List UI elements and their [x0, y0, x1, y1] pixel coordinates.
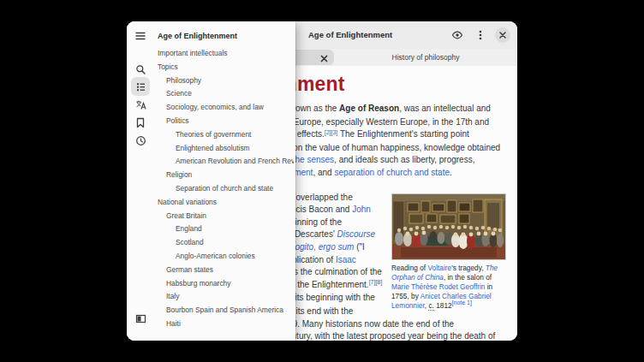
main-menu-button[interactable]: [472, 27, 489, 44]
toc-item[interactable]: England: [127, 223, 294, 236]
toc-item[interactable]: Haiti: [127, 317, 294, 331]
toc-item[interactable]: Philosophy: [127, 74, 294, 88]
text-segment: 1812: [434, 301, 452, 310]
toc-item[interactable]: Sociology, economics, and law: [127, 101, 294, 115]
toc-item[interactable]: Important intellectuals: [127, 47, 294, 61]
window-title: Age of Enlightenment: [308, 21, 392, 49]
kebab-menu-icon: [474, 29, 486, 41]
text-link[interactable]: Marie Thérèse Rodet Geoffrin: [391, 282, 485, 291]
toc-item[interactable]: Religion: [127, 169, 294, 182]
toc-item[interactable]: American Revolution and French Revolutio…: [127, 155, 294, 169]
toc-title: Age of Enlightenment: [158, 21, 237, 50]
tab-history-of-philosophy[interactable]: History of philosophy: [334, 50, 517, 65]
toc-item[interactable]: Science: [127, 87, 294, 101]
tab-close-button[interactable]: [319, 52, 329, 62]
view-options-button[interactable]: [449, 27, 466, 44]
desktop-background: Age of Enlightenment: [0, 0, 644, 362]
toc-item[interactable]: Bourbon Spain and Spanish America: [127, 304, 294, 317]
toc-item[interactable]: Separation of church and state: [127, 182, 294, 196]
toc-item[interactable]: Anglo-American colonies: [127, 250, 294, 264]
text-segment: , and: [313, 168, 334, 177]
toc-item[interactable]: Theories of government: [127, 128, 294, 142]
toc-item[interactable]: Great Britain: [127, 210, 294, 223]
text-segment: 's tragedy,: [451, 264, 486, 272]
reference-link[interactable]: [2][3]: [325, 129, 338, 135]
close-tab-icon: [320, 52, 328, 65]
close-icon: [498, 31, 507, 39]
text-segment: .: [450, 168, 452, 177]
toc-item[interactable]: Scotland: [127, 236, 294, 250]
salon-painting-image: [391, 193, 506, 260]
toc-item[interactable]: Topics: [127, 61, 294, 74]
toc-item[interactable]: Habsburg monarchy: [127, 277, 294, 291]
text-link[interactable]: Voltaire: [427, 264, 451, 272]
article-thumbnail[interactable]: Reading of Voltaire's tragedy, The Orpha…: [391, 193, 506, 311]
text-segment: , and ideals such as liberty, progress,: [334, 155, 474, 164]
toc-item[interactable]: National variations: [127, 196, 294, 210]
close-window-button[interactable]: [495, 27, 510, 43]
text-segment: Reading of: [391, 264, 427, 272]
eye-icon: [451, 29, 463, 41]
text-link[interactable]: separation of church and state: [334, 168, 450, 177]
toc-item[interactable]: Enlightened absolutism: [127, 142, 294, 156]
toc-item[interactable]: Politics: [127, 115, 294, 128]
text-segment: , in the salon of: [444, 273, 492, 282]
reference-link[interactable]: [note 1]: [452, 300, 472, 306]
hamburger-icon: [134, 30, 146, 42]
image-caption: Reading of Voltaire's tragedy, The Orpha…: [391, 264, 506, 311]
header-actions: [449, 21, 510, 49]
text-link[interactable]: Cogito, ergo sum: [289, 242, 354, 252]
text-segment: Age of Reason: [339, 104, 399, 113]
toc-item[interactable]: German states: [127, 264, 294, 277]
sidebar-flap: Age of Enlightenment Important intellect…: [127, 21, 295, 341]
tab-label: History of philosophy: [392, 53, 460, 62]
toc-item[interactable]: Italy: [127, 290, 294, 304]
hamburger-menu-button[interactable]: [131, 27, 150, 45]
toc-list: Important intellectualsTopicsPhilosophyS…: [127, 47, 294, 331]
